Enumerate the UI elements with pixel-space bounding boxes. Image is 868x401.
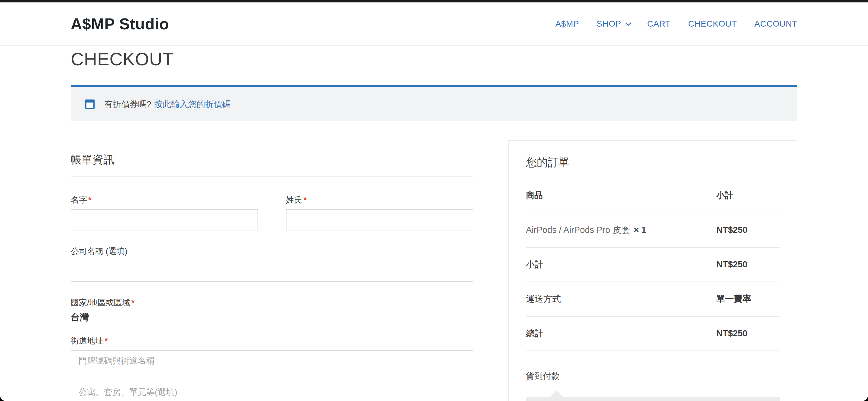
nav-item-account[interactable]: ACCOUNT bbox=[754, 19, 797, 29]
main-nav: A$MP SHOP CART CHECKOUT ACCOUNT bbox=[556, 19, 797, 29]
address-line1-input[interactable] bbox=[71, 350, 473, 371]
chevron-down-icon bbox=[625, 20, 631, 26]
shipping-value: 單一費率 bbox=[716, 293, 780, 305]
required-mark: * bbox=[304, 195, 307, 204]
payment-description-box: 收到貨時以現金付款。 bbox=[526, 397, 780, 401]
order-table: 商品 小計 AirPods / AirPods Pro 皮套× 1 NT$250… bbox=[526, 190, 780, 351]
payment-method-label[interactable]: 貨到付款 bbox=[526, 370, 780, 382]
billing-section: 帳單資訊 名字* 姓氏* 公司名稱 (選填) 國家/地區或區域* 台灣 bbox=[71, 140, 473, 401]
shipping-label: 運送方式 bbox=[526, 293, 716, 305]
company-field: 公司名稱 (選填) bbox=[71, 246, 473, 282]
order-table-header: 商品 小計 bbox=[526, 190, 780, 213]
window-icon bbox=[85, 99, 95, 109]
address-line2-input[interactable] bbox=[71, 382, 473, 401]
first-name-field: 名字* bbox=[71, 195, 258, 230]
billing-divider bbox=[71, 176, 473, 177]
subtotal-row: 小計 NT$250 bbox=[526, 248, 780, 282]
street-address-label-text: 街道地址 bbox=[71, 336, 103, 345]
total-row: 總計 NT$250 bbox=[526, 317, 780, 351]
first-name-label-text: 名字 bbox=[71, 195, 87, 204]
last-name-label-text: 姓氏 bbox=[286, 195, 302, 204]
required-mark: * bbox=[104, 336, 108, 345]
subtotal-column-header: 小計 bbox=[716, 190, 780, 201]
page-title: CHECKOUT bbox=[71, 50, 797, 68]
order-item-row: AirPods / AirPods Pro 皮套× 1 NT$250 bbox=[526, 213, 780, 248]
order-review-box: 您的訂單 商品 小計 AirPods / AirPods Pro 皮套× 1 N… bbox=[508, 140, 797, 401]
nav-item-asmp[interactable]: A$MP bbox=[556, 19, 579, 29]
shipping-row: 運送方式 單一費率 bbox=[526, 282, 780, 317]
subtotal-label: 小計 bbox=[526, 259, 716, 271]
required-mark: * bbox=[131, 298, 135, 307]
last-name-label: 姓氏* bbox=[286, 195, 473, 205]
product-column-header: 商品 bbox=[526, 190, 716, 201]
window-corner-bottom-right bbox=[863, 396, 868, 401]
window-top-strip bbox=[0, 0, 868, 2]
order-item-subtotal: NT$250 bbox=[716, 225, 780, 235]
country-field: 國家/地區或區域* 台灣 bbox=[71, 297, 473, 322]
nav-item-cart[interactable]: CART bbox=[647, 19, 671, 29]
country-value: 台灣 bbox=[71, 312, 473, 322]
billing-heading: 帳單資訊 bbox=[71, 154, 473, 166]
window-corner-bottom-left bbox=[0, 396, 5, 401]
nav-item-shop[interactable]: SHOP bbox=[597, 19, 629, 29]
order-heading: 您的訂單 bbox=[526, 156, 780, 168]
order-item-qty: × 1 bbox=[634, 225, 646, 235]
last-name-field: 姓氏* bbox=[286, 195, 473, 230]
coupon-notice-banner: 有折價券嗎? 按此輸入您的折價碼 bbox=[71, 85, 797, 121]
company-input[interactable] bbox=[71, 261, 473, 282]
nav-item-checkout[interactable]: CHECKOUT bbox=[688, 19, 737, 29]
country-label: 國家/地區或區域* bbox=[71, 297, 473, 308]
nav-item-shop-label: SHOP bbox=[597, 19, 621, 29]
checkout-page: CHECKOUT 有折價券嗎? 按此輸入您的折價碼 帳單資訊 名字* 姓氏* 公… bbox=[71, 50, 797, 401]
company-label: 公司名稱 (選填) bbox=[71, 246, 473, 256]
order-item-name: AirPods / AirPods Pro 皮套 bbox=[526, 225, 630, 235]
required-mark: * bbox=[88, 195, 92, 204]
first-name-label: 名字* bbox=[71, 195, 258, 205]
street-address-label: 街道地址* bbox=[71, 336, 473, 346]
site-logo[interactable]: A$MP Studio bbox=[71, 15, 169, 33]
address-line2-field bbox=[71, 382, 473, 401]
total-label: 總計 bbox=[526, 327, 716, 340]
site-header: A$MP Studio A$MP SHOP CART CHECKOUT ACCO… bbox=[0, 2, 868, 46]
street-address-field: 街道地址* bbox=[71, 336, 473, 371]
first-name-input[interactable] bbox=[71, 209, 258, 230]
country-label-text: 國家/地區或區域 bbox=[71, 298, 130, 307]
total-value: NT$250 bbox=[716, 328, 780, 338]
subtotal-value: NT$250 bbox=[716, 259, 780, 269]
coupon-toggle-link[interactable]: 按此輸入您的折價碼 bbox=[154, 98, 230, 110]
last-name-input[interactable] bbox=[286, 209, 473, 230]
coupon-question-text: 有折價券嗎? bbox=[104, 98, 151, 110]
